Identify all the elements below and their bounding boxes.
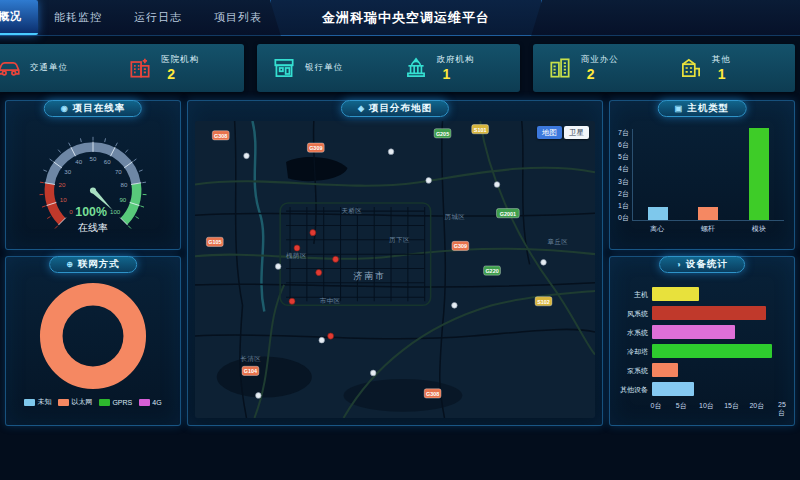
x-tick: 20台 [749,401,764,411]
map-mode-satellite-button[interactable]: 卫星 [564,126,589,139]
panel-host-type-title: 主机类型 [687,102,729,115]
nav-tab-2[interactable]: 能耗监控 [38,0,118,35]
bar-6 [652,382,694,396]
map-area-label: 市中区 [320,297,341,304]
x-tick: 10台 [699,401,714,411]
bar-track [652,306,782,320]
device-label: 水系统 [616,329,652,336]
road-shield: G309 [452,241,469,250]
stat-value: 1 [437,66,475,82]
host-type-xaxis: 离心螺杆模块 [632,224,784,234]
panel-online-rate-header: ◉ 项目在线率 [44,100,142,117]
project-marker[interactable] [294,245,300,251]
nav-tab-3[interactable]: 运行日志 [118,0,198,35]
gauge-value: 100% [75,205,107,219]
stat-item: 其他1 [664,54,795,82]
nav-tab-4[interactable]: 项目列表 [198,0,278,35]
legend-swatch [99,399,110,406]
map-area-label: 章丘区 [547,238,568,245]
poi-marker [426,178,432,184]
y-tick: 2台 [618,190,629,197]
bar-5 [652,363,678,377]
stat-value: 1 [712,66,731,82]
app-title-box: 金洲科瑞中央空调运维平台 [270,0,542,36]
project-marker[interactable] [328,333,334,339]
svg-text:30: 30 [64,168,71,175]
poi-marker [452,302,458,308]
panel-device-stats: ◑ 设备统计 主机风系统水系统冷却塔泵系统其他设备 0台5台10台15台20台2… [609,256,795,426]
legend-item[interactable]: GPRS [99,399,132,406]
stat-label: 银行单位 [305,62,343,74]
svg-text:S101: S101 [474,126,487,132]
device-label: 风系统 [616,310,652,317]
map-type-control: 地图卫星 [537,126,589,139]
road-shield: S101 [472,125,489,134]
panel-network: ⊕ 联网方式 未知以太网GPRS4G [5,256,181,426]
map-mode-map-button[interactable]: 地图 [537,126,562,139]
legend-label: GPRS [112,399,132,406]
map-area-label: 长清区 [241,355,262,363]
stat-label: 医院机构 [161,54,199,66]
svg-text:0: 0 [69,208,73,215]
government-icon [403,55,429,81]
stat-item: 政府机构1 [389,54,520,82]
panel-device-stats-title: 设备统计 [686,258,728,271]
svg-text:G309: G309 [309,145,322,151]
stat-value: 2 [161,66,199,82]
project-marker[interactable] [333,256,339,262]
panel-network-header: ⊕ 联网方式 [49,256,137,273]
stat-value: 2 [581,66,619,82]
stats-row: 交通单位医院机构2银行单位政府机构1商业办公2其他1 [0,44,795,92]
svg-text:90: 90 [119,196,126,203]
device-row: 风系统 [616,306,782,320]
svg-text:S102: S102 [537,299,550,305]
bar-track [652,344,782,358]
map-pin-icon: ◈ [358,104,365,113]
car-icon [0,55,22,81]
building-icon [678,55,704,81]
x-tick: 15台 [724,401,739,411]
map-area-label: 天桥区 [342,207,363,214]
bar-2 [652,306,766,320]
office-icon [547,55,573,81]
panel-map: ◈ 项目分布地图 [187,100,603,426]
bar-4 [652,344,772,358]
map-area-label: 历下区 [389,236,410,244]
poi-marker [541,259,547,265]
main-grid: ◉ 项目在线率 0102030405060708090100 100% 在线率 … [5,100,795,426]
poi-marker [319,337,325,343]
poi-marker [275,264,281,270]
legend-swatch [24,399,35,406]
y-tick: 6台 [618,141,629,148]
stat-label: 政府机构 [437,54,475,66]
legend-item[interactable]: 未知 [24,397,51,407]
legend-swatch [139,399,150,406]
road-shield: G105 [206,237,223,246]
map-area-label: 槐荫区 [286,252,307,260]
svg-text:G104: G104 [244,368,258,374]
network-legend: 未知以太网GPRS4G [6,397,180,407]
legend-item[interactable]: 4G [139,399,161,406]
online-rate-gauge: 0102030405060708090100 100% 在线率 [17,123,169,239]
y-tick: 4台 [618,165,629,172]
panel-host-type: ▣ 主机类型 7台6台5台4台3台2台1台0台 离心螺杆模块 [609,100,795,250]
project-marker[interactable] [289,298,295,304]
project-marker[interactable] [316,270,322,276]
map-canvas[interactable]: 天桥区历城区槐荫区历下区济南市市中区长清区章丘区G308G309G205S101… [195,121,595,418]
panel-map-header: ◈ 项目分布地图 [341,100,449,117]
device-stats-xaxis: 0台5台10台15台20台25台 [656,401,782,411]
x-tick: 螺杆 [701,224,715,234]
legend-item[interactable]: 以太网 [58,397,92,407]
legend-swatch [58,399,69,406]
host-type-yaxis: 7台6台5台4台3台2台1台0台 [618,129,632,221]
legend-label: 未知 [37,397,51,407]
project-marker[interactable] [310,230,316,236]
map-markers: 天桥区历城区槐荫区历下区济南市市中区长清区章丘区G308G309G205S101… [206,125,568,399]
svg-text:20: 20 [59,181,66,188]
bar-1 [652,287,699,301]
river-lines [252,121,264,311]
svg-text:40: 40 [75,158,82,165]
host-type-chart: 7台6台5台4台3台2台1台0台 离心螺杆模块 [610,129,794,234]
nav-tab-1[interactable]: 概况 [0,0,38,35]
gauge-label: 在线率 [77,222,108,233]
